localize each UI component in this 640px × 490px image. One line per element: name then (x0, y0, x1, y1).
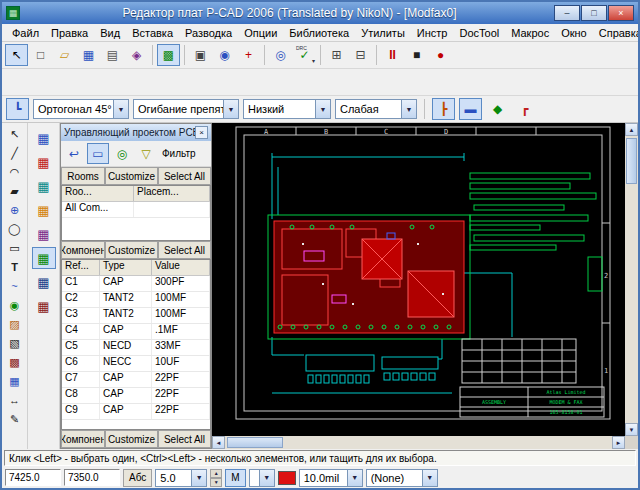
print-icon[interactable]: ▤ (101, 44, 124, 66)
nets-customize-button[interactable]: Customize (105, 430, 158, 448)
circle-tool-icon[interactable]: ◯ (4, 220, 25, 238)
obstacle-mode-combo[interactable]: Огибание препят ▼ (133, 99, 239, 119)
macro-record-icon[interactable]: ● (429, 44, 452, 66)
via-icon[interactable]: ◉ (213, 44, 236, 66)
rooms-icon[interactable]: ▦ (32, 247, 56, 269)
rooms-select-all-button[interactable]: Select All (158, 167, 211, 185)
minimize-button[interactable]: – (554, 5, 580, 21)
abs-rel-button[interactable]: Абс (123, 469, 152, 487)
layer-pair-combo[interactable]: (None) ▼ (366, 469, 438, 487)
layer-color-swatch[interactable] (278, 471, 296, 485)
rooms-list[interactable]: Roo... Placem... All Com... (61, 185, 211, 241)
tile-windows-icon[interactable]: ⊞ (325, 44, 348, 66)
layers-icon[interactable]: ▦ (32, 199, 56, 221)
rooms-col-room[interactable]: Roo... (62, 186, 134, 201)
table-row[interactable]: C1 CAP 300PF (62, 276, 210, 292)
panel-close-icon[interactable]: × (195, 126, 208, 139)
measure-icon[interactable]: + (237, 44, 260, 66)
plane-tool-icon[interactable]: ▦ (4, 372, 25, 390)
ref-point-tool-icon[interactable]: ⊕ (4, 201, 25, 219)
select-rect-icon[interactable]: ▭ (87, 143, 109, 164)
chevron-down-icon[interactable]: ▼ (191, 470, 206, 486)
route-mode-icon[interactable]: ┗ (6, 98, 29, 120)
new-file-icon[interactable]: □ (29, 44, 52, 66)
copper-pour-tool-icon[interactable]: ▨ (4, 315, 25, 333)
table-row[interactable]: C5 NECD 33MF (62, 340, 210, 356)
menu-item-route[interactable]: Разводка (179, 26, 238, 40)
menu-item-insert[interactable]: Вставка (126, 26, 179, 40)
component-icon[interactable]: ▣ (189, 44, 212, 66)
menu-item-library[interactable]: Библиотека (283, 26, 355, 40)
chevron-down-icon[interactable]: ▼ (422, 470, 437, 486)
line-tool-icon[interactable]: ╱ (4, 144, 25, 162)
components-table[interactable]: Ref... Type Value C1 CAP 300PF C2 TANT2 … (61, 259, 211, 430)
y-coordinate-field[interactable]: 7350.0 (64, 469, 120, 486)
nets-title-button[interactable]: Компонен (61, 430, 105, 448)
maximize-button[interactable]: □ (581, 5, 607, 21)
rooms-title-button[interactable]: Rooms (61, 167, 105, 185)
save-icon[interactable]: ▦ (77, 44, 100, 66)
macro-icon[interactable]: ◈ (125, 44, 148, 66)
table-row[interactable]: C4 CAP .1MF (62, 324, 210, 340)
pcb-view-icon[interactable]: ▩ (157, 44, 180, 66)
x-coordinate-field[interactable]: 7425.0 (5, 469, 61, 486)
macro-pause-icon[interactable]: II (381, 44, 404, 66)
components-title-button[interactable]: Компонен (61, 241, 105, 259)
keepout-tool-icon[interactable]: ▩ (4, 353, 25, 371)
menu-item-macro[interactable]: Макрос (505, 26, 555, 40)
netlist-icon[interactable]: ▦ (32, 175, 56, 197)
table-row[interactable]: C8 CAP 22PF (62, 388, 210, 404)
components-customize-button[interactable]: Customize (105, 241, 158, 259)
rooms-col-placement[interactable]: Placem... (134, 186, 210, 201)
col-type[interactable]: Type (100, 260, 152, 275)
horizontal-scroll-thumb[interactable] (227, 437, 283, 448)
cascade-windows-icon[interactable]: ⊟ (349, 44, 372, 66)
chevron-down-icon[interactable]: ▼ (259, 470, 274, 486)
filter-label[interactable]: Фильтр (159, 148, 199, 159)
zoom-icon[interactable]: ◎ (111, 143, 133, 164)
close-button[interactable]: × (608, 5, 634, 21)
cutout-tool-icon[interactable]: ▧ (4, 334, 25, 352)
route-style-combo[interactable]: Ортогонал 45° ▼ (33, 99, 129, 119)
pcb-canvas[interactable]: A B C D 2 1 (212, 123, 625, 436)
menu-item-options[interactable]: Опции (238, 26, 283, 40)
spin-up-icon[interactable]: ▲ (210, 469, 222, 478)
effort-combo[interactable]: Низкий ▼ (243, 99, 331, 119)
filter-icon[interactable]: ▽ (135, 143, 157, 164)
components-select-all-button[interactable]: Select All (158, 241, 211, 259)
query-icon[interactable]: ▦ (32, 271, 56, 293)
line-width-combo[interactable]: 10.0mil ▼ (299, 469, 363, 487)
table-row[interactable]: C9 CAP 22PF (62, 404, 210, 420)
select-tool-icon[interactable]: ↖ (4, 125, 25, 143)
bom-icon[interactable]: ▦ (32, 223, 56, 245)
chevron-down-icon[interactable]: ▼ (113, 100, 128, 118)
vertical-scrollbar[interactable]: ▲ ▼ (625, 123, 638, 436)
pcb-board[interactable] (274, 221, 464, 333)
horizontal-scrollbar[interactable]: ◄ ► (212, 436, 625, 449)
edit-text-tool-icon[interactable]: ✎ (4, 410, 25, 428)
route-bus-icon[interactable]: ▬ (459, 98, 482, 120)
select-mask-combo[interactable]: ▼ (249, 469, 275, 487)
route-interactive-icon[interactable]: ┣ (432, 98, 455, 120)
list-item[interactable]: All Com... (62, 202, 210, 218)
scroll-down-icon[interactable]: ▼ (625, 423, 638, 436)
polygon-tool-icon[interactable]: ▰ (4, 182, 25, 200)
rooms-customize-button[interactable]: Customize (105, 167, 158, 185)
spreadsheet-icon[interactable]: ▦ (32, 151, 56, 173)
route-options-icon[interactable]: ┏ (513, 98, 536, 120)
scroll-left-icon[interactable]: ◄ (212, 436, 225, 449)
open-file-icon[interactable]: ▱ (53, 44, 76, 66)
strength-combo[interactable]: Слабая ▼ (335, 99, 417, 119)
horizontal-scroll-track[interactable] (283, 436, 612, 449)
chevron-down-icon[interactable]: ▼ (401, 100, 416, 118)
menu-item-view[interactable]: Вид (94, 26, 126, 40)
scroll-right-icon[interactable]: ► (612, 436, 625, 449)
links-icon[interactable]: ▦ (32, 295, 56, 317)
nets-select-all-button[interactable]: Select All (158, 430, 211, 448)
dimension-tool-icon[interactable]: ↔ (4, 391, 25, 409)
macro-stop-icon[interactable]: ■ (405, 44, 428, 66)
menu-item-file[interactable]: Файл (6, 26, 45, 40)
drc-check-icon[interactable]: DRC ✓ ▾ (293, 44, 316, 66)
via-tool-icon[interactable]: ◉ (4, 296, 25, 314)
table-row[interactable]: C3 TANT2 100MF (62, 308, 210, 324)
